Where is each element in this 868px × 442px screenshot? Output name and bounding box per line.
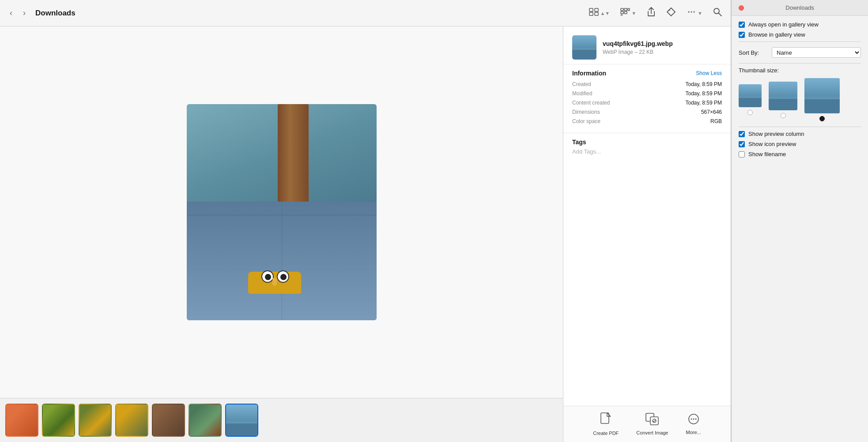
search-button[interactable] xyxy=(711,6,724,20)
thumb-size-large-radio[interactable] xyxy=(819,116,825,121)
show-icon-preview-row: Show icon preview xyxy=(739,141,861,147)
thumb-size-medium[interactable] xyxy=(769,82,797,118)
group-button[interactable]: ▼ xyxy=(619,6,638,20)
browse-gallery-checkbox[interactable] xyxy=(739,32,745,38)
action-bar: Create PDF Convert Image xyxy=(563,406,731,442)
svg-rect-8 xyxy=(624,11,627,14)
more-icon xyxy=(687,8,696,18)
color-space-value: RGB xyxy=(710,118,722,124)
svg-point-11 xyxy=(691,11,692,13)
thumbnail-item[interactable] xyxy=(115,404,148,437)
view-switcher-button[interactable]: ▲▼ xyxy=(587,6,611,20)
create-pdf-icon xyxy=(600,412,611,428)
thumb-size-large[interactable] xyxy=(804,78,840,121)
main-preview xyxy=(0,26,563,398)
forward-button[interactable]: › xyxy=(20,7,28,19)
show-filename-row: Show filename xyxy=(739,151,861,157)
sort-by-label: Sort By: xyxy=(739,49,767,56)
show-filename-label: Show filename xyxy=(748,151,786,157)
svg-line-15 xyxy=(719,13,721,16)
more-actions-button[interactable]: More... xyxy=(686,413,701,435)
share-button[interactable] xyxy=(645,5,657,21)
created-label: Created xyxy=(572,81,591,87)
tag-button[interactable] xyxy=(664,5,678,21)
group-chevron-icon: ▼ xyxy=(631,11,636,16)
thumb-size-medium-image xyxy=(769,82,797,110)
back-button[interactable]: ‹ xyxy=(7,7,15,19)
file-meta: WebP Image – 22 KB xyxy=(603,49,722,55)
more-button[interactable]: ▼ xyxy=(685,6,704,20)
create-pdf-button[interactable]: Create PDF xyxy=(593,412,619,436)
convert-image-icon xyxy=(645,413,659,428)
thumbnail-item[interactable] xyxy=(5,404,38,437)
svg-rect-2 xyxy=(589,12,593,15)
show-icon-preview-label: Show icon preview xyxy=(748,141,796,147)
svg-rect-3 xyxy=(595,12,598,15)
thumb-size-small[interactable] xyxy=(739,84,762,115)
content-area: vuq4tpfikvg61.jpg.webp WebP Image – 22 K… xyxy=(0,26,731,442)
thumbnail-item-active[interactable] xyxy=(225,404,258,437)
sort-by-select[interactable]: Name Date Added Date Modified Size Kind xyxy=(772,47,861,58)
convert-image-label: Convert Image xyxy=(636,430,668,435)
settings-body: Always open in gallery view Browse in ga… xyxy=(732,16,868,442)
svg-point-13 xyxy=(694,11,695,13)
spacer xyxy=(563,160,731,406)
convert-image-button[interactable]: Convert Image xyxy=(636,413,668,435)
show-icon-preview-checkbox[interactable] xyxy=(739,141,745,147)
modified-value: Today, 8:59 PM xyxy=(686,90,722,97)
settings-panel: Downloads Always open in gallery view Br… xyxy=(731,0,868,442)
dimensions-value: 567×646 xyxy=(701,109,722,115)
tags-title: Tags xyxy=(572,139,722,146)
thumbnail-size-options xyxy=(739,78,861,121)
traffic-light-close[interactable] xyxy=(739,5,744,11)
share-icon xyxy=(647,7,656,19)
thumbnail-item[interactable] xyxy=(42,404,75,437)
file-name: vuq4tpfikvg61.jpg.webp xyxy=(603,40,722,48)
color-space-label: Color space xyxy=(572,118,600,124)
content-created-row: Content created Today, 8:59 PM xyxy=(572,100,722,106)
divider-2 xyxy=(739,63,861,64)
tag-icon xyxy=(666,7,676,19)
sb-eye-left xyxy=(261,270,274,283)
file-thumbnail xyxy=(572,35,596,60)
toolbar: ‹ › Downloads ▲▼ xyxy=(0,0,731,26)
thumbnail-item[interactable] xyxy=(79,404,112,437)
create-pdf-label: Create PDF xyxy=(593,431,619,436)
thumbnail-strip xyxy=(0,398,563,442)
svg-point-21 xyxy=(691,419,692,420)
more-actions-label: More... xyxy=(686,430,701,435)
thumb-size-small-image xyxy=(739,84,762,107)
svg-point-14 xyxy=(714,8,719,14)
finder-window: ‹ › Downloads ▲▼ xyxy=(0,0,731,442)
svg-rect-5 xyxy=(624,8,627,11)
sb-eye-right xyxy=(277,270,289,283)
thumb-size-medium-radio[interactable] xyxy=(781,113,786,118)
always-open-gallery-checkbox[interactable] xyxy=(739,22,745,28)
show-filename-checkbox[interactable] xyxy=(739,151,745,157)
dimensions-label: Dimensions xyxy=(572,109,600,115)
search-icon xyxy=(713,7,722,19)
thumbnail-item[interactable] xyxy=(189,404,222,437)
more-chevron-icon: ▼ xyxy=(698,11,702,16)
thumbnail-item[interactable] xyxy=(152,404,185,437)
svg-rect-6 xyxy=(628,8,630,11)
info-panel: vuq4tpfikvg61.jpg.webp WebP Image – 22 K… xyxy=(563,26,731,442)
file-thumb-image xyxy=(572,35,596,60)
add-tags-placeholder[interactable]: Add Tags... xyxy=(572,148,722,155)
always-open-gallery-row: Always open in gallery view xyxy=(739,21,861,28)
settings-panel-title: Downloads xyxy=(747,4,852,11)
gallery-view xyxy=(0,26,563,442)
section-header: Information Show Less xyxy=(572,70,722,77)
information-section: Information Show Less Created Today, 8:5… xyxy=(563,64,731,133)
content-created-label: Content created xyxy=(572,100,610,106)
view-chevron-icon: ▲▼ xyxy=(600,11,610,16)
main-image-container xyxy=(187,104,377,320)
thumb-size-medium-preview xyxy=(769,82,797,110)
show-preview-column-checkbox[interactable] xyxy=(739,131,745,137)
created-value: Today, 8:59 PM xyxy=(686,81,722,87)
thumb-size-small-radio[interactable] xyxy=(747,110,753,115)
file-info: vuq4tpfikvg61.jpg.webp WebP Image – 22 K… xyxy=(603,40,722,55)
show-less-button[interactable]: Show Less xyxy=(696,70,722,76)
svg-rect-7 xyxy=(621,11,623,14)
content-created-value: Today, 8:59 PM xyxy=(686,100,722,106)
